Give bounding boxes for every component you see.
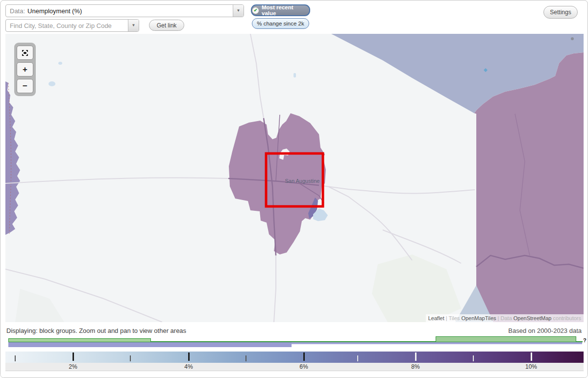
chevron-down-icon: ▼ <box>132 24 136 27</box>
legend-label: 2% <box>69 363 77 370</box>
search-input[interactable] <box>6 22 128 29</box>
legend-tick-4 <box>188 353 190 361</box>
data-metric-select[interactable]: Data:Unemployment (%) ▼ <box>5 4 244 17</box>
map-zoom-controls: + − <box>14 43 36 96</box>
search-arrow-button[interactable]: ▼ <box>128 20 139 31</box>
attribution-suffix: contributors <box>551 315 581 321</box>
data-metric-text: Data:Unemployment (%) <box>6 7 233 15</box>
help-link[interactable]: ? <box>583 337 587 343</box>
place-label: San Augustine <box>285 178 320 184</box>
data-value: Unemployment (%) <box>27 7 82 15</box>
data-label: Data: <box>10 7 25 15</box>
data-years-text: Based on 2000-2023 data <box>508 327 582 334</box>
legend-tick-2 <box>73 353 74 361</box>
pond <box>49 81 55 86</box>
attribution-separator: | Data <box>496 315 514 321</box>
zoom-out-button[interactable]: − <box>17 79 33 93</box>
leaflet-link[interactable]: Leaflet <box>428 315 444 321</box>
openmaptiles-link[interactable]: OpenMapTiles <box>461 315 496 321</box>
legend-tick-minor <box>357 355 358 361</box>
data-select-arrow-button[interactable]: ▼ <box>233 5 244 17</box>
fullscreen-button[interactable] <box>17 46 33 60</box>
get-link-button[interactable]: Get link <box>149 20 184 31</box>
green-availability-bar-left <box>8 338 151 342</box>
pond <box>294 73 296 77</box>
data-availability-bars: ? <box>0 336 588 349</box>
dot-marker <box>571 37 574 40</box>
legend-tick-minor <box>15 355 16 361</box>
most-recent-value-button[interactable]: ✔ Most recent value <box>251 4 310 16</box>
legend-tick-8 <box>415 353 416 361</box>
legend-tick-6 <box>303 353 305 361</box>
map-attribution: Leaflet | Tiles OpenMapTiles | Data Open… <box>426 314 584 322</box>
color-scale-legend: 2% 4% 6% 8% 10% <box>5 352 584 371</box>
legend-tick-10 <box>531 353 532 361</box>
green-availability-bar-right <box>436 336 576 342</box>
most-recent-label: Most recent value <box>262 4 309 16</box>
percent-change-button[interactable]: % change since 2k <box>252 18 309 29</box>
bottom-margin <box>0 371 588 378</box>
chevron-down-icon: ▼ <box>237 9 241 13</box>
checkmark-icon: ✔ <box>252 7 259 14</box>
legend-label: 6% <box>299 363 308 370</box>
pond <box>58 62 62 65</box>
location-search-box: ▼ <box>5 19 139 32</box>
legend-label: 8% <box>411 363 419 370</box>
legend-tick-minor <box>130 355 131 361</box>
legend-gradient-bar <box>5 352 584 363</box>
map-canvas[interactable]: San Augustine + − Leaflet | Tiles OpenMa… <box>5 34 584 322</box>
legend-label: 10% <box>525 363 537 370</box>
legend-tick-minor <box>245 355 246 361</box>
purple-availability-bar <box>8 342 292 347</box>
openstreetmap-link[interactable]: OpenStreetMap <box>514 315 552 321</box>
zoom-in-button[interactable]: + <box>17 62 33 76</box>
settings-button[interactable]: Settings <box>543 6 578 19</box>
fullscreen-icon <box>22 50 28 56</box>
legend-label: 4% <box>184 363 193 370</box>
legend-tick-minor <box>473 355 474 361</box>
app-window: Data:Unemployment (%) ▼ ▼ Get link ✔ Mos… <box>0 0 588 378</box>
legend-label-strip: 2% 4% 6% 8% 10% <box>5 363 584 371</box>
displaying-status-text: Displaying: block groups. Zoom out and p… <box>6 327 186 334</box>
map-graphic: San Augustine <box>5 34 584 322</box>
attribution-separator: | Tiles <box>444 315 462 321</box>
